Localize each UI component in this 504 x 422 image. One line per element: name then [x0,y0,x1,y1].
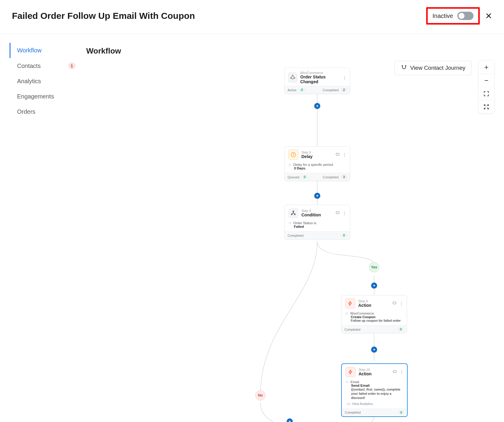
foot-completed-value: 2 [341,88,347,92]
sidebar-item-label: Engagements [17,93,54,100]
node-title: Condition [301,212,321,217]
action-provider: Email [350,380,359,384]
sidebar-item-workflow[interactable]: Workflow [10,43,81,58]
foot-completed-value: 0 [341,233,347,237]
sidebar-item-label: Contacts [17,63,41,69]
view-analytics-link[interactable]: View Analytics [346,400,403,406]
bolt-icon [345,367,356,377]
comment-icon[interactable] [336,152,340,157]
foot-active-label: Active [288,88,297,92]
node-trigger[interactable]: WooCommerce Order Status Changed ⋯ Activ… [284,68,350,94]
woocommerce-icon [288,72,297,83]
foot-active-value: 0 [299,88,305,92]
node-step-label: Step 10 [359,368,372,371]
more-icon[interactable]: ⋯ [342,153,347,157]
more-icon[interactable]: ⋯ [399,370,404,374]
delay-value: 3 Days. [294,166,306,170]
close-icon[interactable]: ✕ [485,11,492,21]
sidebar-item-label: Workflow [17,47,42,54]
sidebar-item-contacts[interactable]: Contacts 1 [10,58,81,74]
sidebar-item-engagements[interactable]: Engagements [10,89,81,104]
sidebar-item-label: Orders [17,108,35,115]
sidebar-item-orders[interactable]: Orders [10,104,81,119]
foot-completed-label: Completed [344,328,360,331]
svg-point-6 [291,214,292,215]
action-desc: {{contact_first_name}}, complete your fa… [351,387,403,400]
node-step-label: Step 9 [358,299,371,303]
action-provider: WooCommerce [350,312,374,315]
action-name: Send Email [351,384,370,387]
svg-rect-10 [393,370,397,372]
svg-rect-4 [336,153,339,155]
bolt-icon [345,298,355,309]
foot-completed-value: 0 [398,327,404,331]
node-action-send-email[interactable]: Step 10 Action ⋯ Email Send Email {{cont… [341,363,408,417]
foot-completed-value: 3 [341,175,347,179]
svg-point-7 [294,214,295,215]
condition-icon [288,208,298,218]
foot-completed-value: 0 [398,411,404,415]
action-desc: Follow up coupon for failed order [351,319,401,322]
comment-icon[interactable] [336,211,340,216]
more-icon[interactable]: ⋯ [342,76,347,79]
condition-value: Failed [294,225,304,228]
node-title: Action [359,371,372,376]
node-step-label: Step 4 [301,209,321,212]
comment-icon[interactable] [392,301,397,306]
more-icon[interactable]: ⋯ [342,211,347,215]
foot-queued-value: 0 [302,175,308,179]
section-title: Workflow [81,43,504,56]
add-step-button[interactable]: + [314,193,320,199]
node-condition[interactable]: Step 4 Condition ⋯ Order Status is Faile… [284,205,350,239]
condition-desc: Order Status is [293,221,316,225]
node-title: Action [358,303,371,308]
more-icon[interactable]: ⋯ [399,302,404,305]
delay-desc: Delay for a specific period [293,163,333,166]
sidebar-item-analytics[interactable]: Analytics [10,74,81,89]
node-title: Order Status Changed [300,75,340,84]
node-title: Delay [301,154,312,159]
svg-point-0 [292,75,293,76]
branch-no-label: No [255,390,265,400]
add-step-button[interactable]: + [314,103,320,109]
svg-rect-8 [336,211,339,213]
node-step-label: Step 3 [301,151,312,154]
node-action-create-coupon[interactable]: Step 9 Action ⋯ WooCommerce Create Coupo… [341,295,407,333]
activation-status-highlight: Inactive [426,7,480,25]
action-name: Create Coupon [351,315,375,319]
sidebar: Workflow Contacts 1 Analytics Engagement… [0,43,81,422]
page-title: Failed Order Follow Up Email With Coupon [12,11,195,21]
add-step-button[interactable]: + [371,347,377,353]
svg-rect-9 [393,302,396,304]
foot-completed-label: Completed [345,411,361,414]
node-delay[interactable]: Step 3 Delay ⋯ Delay for a specific peri… [284,146,350,181]
svg-point-2 [294,78,295,78]
activation-status-label: Inactive [432,13,453,19]
add-step-button[interactable]: + [287,418,293,422]
foot-completed-label: Completed [323,175,338,179]
workflow-canvas[interactable]: WooCommerce Order Status Changed ⋯ Activ… [81,56,504,422]
node-step-label: WooCommerce [300,71,340,75]
sidebar-item-label: Analytics [17,78,41,85]
svg-point-1 [291,78,292,78]
foot-completed-label: Completed [323,88,338,92]
comment-icon[interactable] [393,370,397,375]
svg-point-5 [293,211,294,212]
branch-yes-label: Yes [369,262,379,272]
contacts-badge: 1 [68,62,75,69]
foot-queued-label: Queued [288,175,299,179]
add-step-button[interactable]: + [371,283,377,289]
foot-completed-label: Completed [288,234,303,237]
clock-icon [288,150,298,160]
activation-toggle[interactable] [457,12,473,20]
